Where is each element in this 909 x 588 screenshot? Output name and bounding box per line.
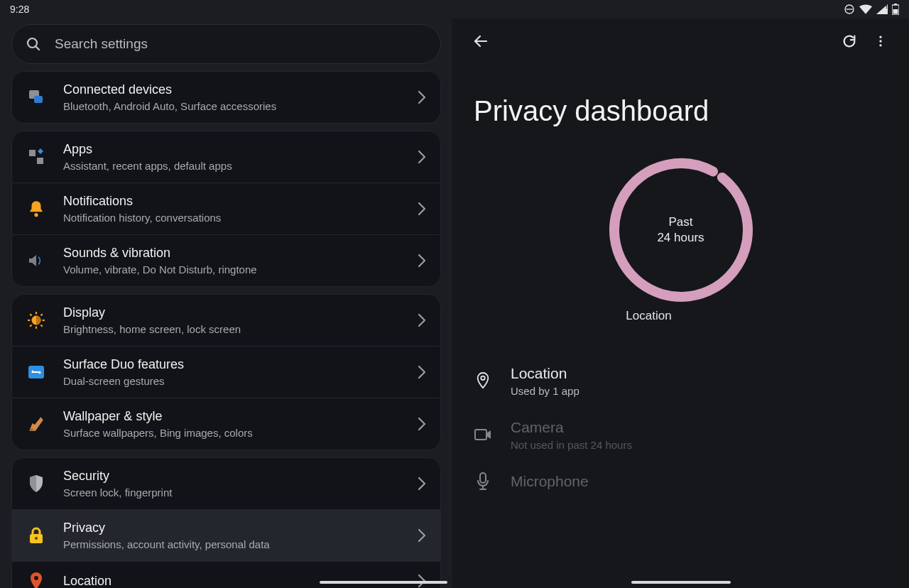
camera-icon	[474, 425, 492, 444]
usage-list: LocationUsed by 1 appCameraNot used in p…	[452, 323, 909, 491]
usage-item-microphone[interactable]: Microphone	[474, 472, 888, 491]
settings-group: SecurityScreen lock, fingerprintPrivacyP…	[11, 457, 441, 588]
privacy-icon	[26, 526, 46, 545]
more-vertical-icon	[873, 34, 888, 48]
search-icon	[25, 36, 42, 53]
settings-item-privacy[interactable]: PrivacyPermissions, account activity, pe…	[12, 509, 440, 561]
svg-text:!: !	[886, 4, 888, 10]
connected-devices-icon	[26, 87, 46, 107]
svg-line-7	[36, 46, 39, 50]
settings-item-texts: PrivacyPermissions, account activity, pe…	[63, 519, 401, 552]
settings-item-title: Security	[63, 467, 401, 484]
settings-item-title: Notifications	[63, 192, 401, 209]
settings-item-location[interactable]: Location	[12, 561, 440, 588]
chevron-right-icon	[418, 417, 426, 431]
settings-item-title: Display	[63, 304, 401, 321]
settings-item-security[interactable]: SecurityScreen lock, fingerprint	[12, 458, 440, 509]
settings-item-texts: SecurityScreen lock, fingerprint	[63, 467, 401, 500]
svg-line-19	[30, 314, 31, 315]
location-icon	[474, 371, 492, 390]
settings-group: Connected devicesBluetooth, Android Auto…	[11, 71, 441, 124]
status-bar: 9:28 !	[0, 0, 909, 18]
settings-item-title: Apps	[63, 141, 401, 158]
donut-caption: Location	[626, 309, 735, 323]
svg-line-21	[41, 314, 43, 315]
notifications-icon	[26, 199, 46, 219]
settings-item-display[interactable]: DisplayBrightness, home screen, lock scr…	[12, 295, 440, 346]
settings-item-apps[interactable]: AppsAssistant, recent apps, default apps	[12, 131, 440, 183]
wifi-icon	[859, 4, 872, 14]
svg-rect-10	[29, 150, 36, 156]
chevron-right-icon	[418, 254, 426, 268]
dnd-icon	[844, 4, 855, 15]
svg-line-22	[30, 325, 31, 327]
wallpaper-icon	[26, 414, 46, 434]
gesture-handle[interactable]	[631, 581, 731, 584]
settings-item-title: Connected devices	[63, 81, 401, 98]
usage-item-texts: Microphone	[511, 472, 589, 491]
status-right: !	[844, 4, 899, 15]
back-button[interactable]	[465, 26, 496, 57]
usage-item-subtitle: Not used in past 24 hours	[511, 439, 632, 451]
usage-item-location[interactable]: LocationUsed by 1 app	[474, 364, 888, 397]
svg-rect-34	[475, 430, 486, 440]
settings-item-wallpaper-style[interactable]: Wallpaper & styleSurface wallpapers, Bin…	[12, 398, 440, 450]
chevron-right-icon	[418, 150, 426, 164]
location-setting-icon	[26, 571, 46, 588]
back-arrow-icon	[472, 33, 489, 50]
settings-item-subtitle: Permissions, account activity, personal …	[63, 538, 401, 552]
settings-item-texts: DisplayBrightness, home screen, lock scr…	[63, 304, 401, 337]
chevron-right-icon	[418, 202, 426, 216]
chevron-right-icon	[418, 313, 426, 327]
settings-item-title: Wallpaper & style	[63, 408, 401, 425]
settings-item-subtitle: Dual-screen gestures	[63, 374, 401, 388]
donut-label-line1: Past	[668, 214, 692, 230]
svg-rect-9	[34, 96, 43, 103]
usage-item-camera[interactable]: CameraNot used in past 24 hours	[474, 418, 888, 451]
search-placeholder: Search settings	[55, 36, 148, 52]
settings-item-sounds-vibration[interactable]: Sounds & vibrationVolume, vibrate, Do No…	[12, 234, 440, 286]
microphone-icon	[474, 472, 492, 491]
settings-item-subtitle: Assistant, recent apps, default apps	[63, 159, 401, 173]
refresh-button[interactable]	[834, 26, 865, 57]
settings-group: DisplayBrightness, home screen, lock scr…	[11, 294, 441, 450]
svg-point-13	[34, 213, 38, 217]
settings-item-texts: AppsAssistant, recent apps, default apps	[63, 141, 401, 173]
svg-line-20	[41, 325, 43, 327]
svg-rect-11	[37, 158, 43, 164]
status-time: 9:28	[10, 4, 29, 15]
settings-item-surface-duo-features[interactable]: Surface Duo featuresDual-screen gestures	[12, 346, 440, 398]
scrollbar-handle[interactable]	[320, 581, 447, 584]
search-settings[interactable]: Search settings	[11, 24, 441, 64]
settings-item-title: Sounds & vibration	[63, 244, 401, 261]
svg-marker-12	[38, 148, 43, 154]
refresh-icon	[842, 33, 857, 49]
usage-item-texts: LocationUsed by 1 app	[511, 364, 579, 397]
chevron-right-icon	[418, 477, 426, 491]
battery-icon	[892, 4, 899, 15]
settings-item-notifications[interactable]: NotificationsNotification history, conve…	[12, 183, 440, 234]
svg-point-31	[879, 44, 881, 46]
settings-item-subtitle: Surface wallpapers, Bing images, colors	[63, 426, 401, 440]
settings-item-connected-devices[interactable]: Connected devicesBluetooth, Android Auto…	[12, 72, 440, 123]
chevron-right-icon	[418, 365, 426, 379]
settings-item-title: Location	[63, 572, 401, 588]
security-icon	[26, 474, 46, 494]
usage-item-title: Microphone	[511, 472, 589, 491]
settings-item-title: Surface Duo features	[63, 356, 401, 373]
more-button[interactable]	[865, 26, 896, 57]
settings-item-subtitle: Volume, vibrate, Do Not Disturb, rington…	[63, 263, 401, 277]
settings-item-texts: Connected devicesBluetooth, Android Auto…	[63, 81, 401, 114]
settings-item-texts: NotificationsNotification history, conve…	[63, 192, 401, 225]
duo-icon	[26, 362, 46, 382]
settings-panel: Search settings Connected devicesBluetoo…	[0, 0, 452, 588]
settings-item-title: Privacy	[63, 519, 401, 536]
settings-item-subtitle: Brightness, home screen, lock screen	[63, 322, 401, 337]
chevron-right-icon	[418, 90, 426, 104]
settings-item-texts: Location	[63, 572, 401, 588]
settings-item-subtitle: Bluetooth, Android Auto, Surface accesso…	[63, 99, 401, 114]
usage-item-subtitle: Used by 1 app	[511, 385, 579, 397]
settings-list: Connected devicesBluetooth, Android Auto…	[11, 71, 441, 588]
settings-item-subtitle: Notification history, conversations	[63, 211, 401, 225]
svg-point-27	[34, 576, 38, 580]
